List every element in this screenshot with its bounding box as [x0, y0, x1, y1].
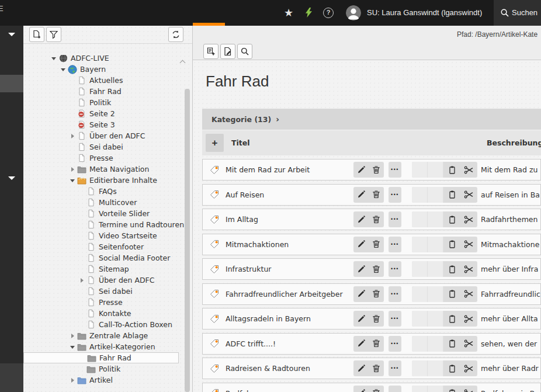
copy-button[interactable] [443, 311, 460, 327]
record-title[interactable]: ADFC trifft....! [226, 339, 353, 348]
cut-button[interactable] [460, 162, 477, 178]
page-hidden-icon[interactable] [77, 120, 86, 130]
edit-button[interactable] [353, 360, 369, 376]
record-title[interactable]: Radreisen & Radtouren [226, 364, 353, 373]
delete-button[interactable] [369, 386, 384, 392]
tree-item-meta-navigation[interactable]: Meta Navigation [23, 164, 179, 175]
tree-item-über-den-adfc[interactable]: Über den ADFC [23, 130, 179, 141]
module-group-collapse-icon[interactable] [8, 33, 15, 36]
collapse-icon[interactable] [70, 344, 77, 350]
refresh-tree-button[interactable] [168, 27, 183, 42]
edit-page-button[interactable] [220, 44, 235, 59]
edit-button[interactable] [353, 211, 369, 227]
more-options-button[interactable]: ••• [389, 187, 401, 203]
record-title[interactable]: Alltagsradeln in Bayern [226, 314, 353, 323]
tree-item-faqs[interactable]: FAQs [23, 186, 179, 197]
search-button[interactable]: Suchen [494, 0, 541, 26]
folder-gray-icon[interactable] [86, 365, 96, 374]
folder-gray-icon[interactable] [87, 353, 96, 363]
edit-button[interactable] [353, 311, 369, 327]
copy-button[interactable] [443, 237, 460, 252]
cut-button[interactable] [460, 311, 477, 327]
tree-item-sei-dabei[interactable]: Sei dabei [23, 141, 179, 152]
cut-button[interactable] [460, 360, 477, 376]
edit-button[interactable] [353, 187, 369, 203]
edit-button[interactable] [353, 162, 369, 178]
expand-icon[interactable] [70, 133, 77, 139]
root-icon[interactable] [58, 55, 68, 63]
tree-item-call-to-action-boxen[interactable]: Call-To-Action Boxen [23, 319, 179, 330]
bookmark-star-icon[interactable]: ★ [284, 6, 293, 20]
more-options-button[interactable]: ••• [389, 311, 401, 327]
folder-orange-icon[interactable] [77, 176, 86, 185]
delete-button[interactable] [369, 286, 384, 302]
copy-button[interactable] [443, 162, 460, 178]
tree-item-bayern[interactable]: Bayern [23, 64, 179, 75]
record-title[interactable]: Mitmachaktionen [226, 240, 353, 249]
expand-icon[interactable] [70, 333, 77, 339]
tree-item-termine-und-radtouren[interactable]: Termine und Radtouren [23, 219, 179, 230]
delete-button[interactable] [369, 162, 384, 178]
page-icon[interactable] [86, 187, 96, 196]
tree-item-seite-2[interactable]: Seite 2 [23, 108, 179, 119]
edit-button[interactable] [353, 386, 369, 392]
record-title[interactable]: Fahrradfreundlicher Arbeitgeber [226, 290, 353, 299]
delete-button[interactable] [369, 311, 384, 327]
tree-item-editierbare-inhalte[interactable]: Editierbare Inhalte [23, 175, 179, 186]
avatar[interactable] [346, 5, 361, 20]
page-icon[interactable] [86, 287, 96, 296]
copy-button[interactable] [443, 261, 460, 277]
tree-item-presse[interactable]: Presse [23, 297, 179, 308]
page-icon[interactable] [86, 320, 96, 329]
tree-item-sei-dabei[interactable]: Sei dabei [23, 286, 179, 297]
cut-button[interactable] [460, 386, 477, 392]
page-icon[interactable] [86, 231, 96, 241]
tree-item-politik[interactable]: Politik [23, 363, 179, 374]
cut-button[interactable] [460, 211, 477, 227]
more-options-button[interactable]: ••• [389, 211, 401, 227]
search-records-button[interactable] [237, 44, 252, 59]
copy-button[interactable] [443, 187, 460, 203]
tree-item-fahr-rad[interactable]: Fahr Rad [23, 352, 179, 363]
new-page-button[interactable] [29, 27, 44, 42]
page-icon[interactable] [86, 265, 96, 274]
page-icon[interactable] [86, 220, 96, 230]
page-icon[interactable] [86, 209, 96, 218]
page-icon[interactable] [86, 242, 96, 252]
tree-scrollbar-thumb[interactable] [185, 89, 190, 392]
expand-icon[interactable] [79, 277, 86, 283]
page-icon[interactable] [77, 131, 86, 141]
filter-button[interactable] [46, 27, 61, 42]
record-title[interactable]: Infrastruktur [226, 265, 353, 273]
page-icon[interactable] [77, 154, 86, 163]
edit-button[interactable] [353, 336, 369, 352]
page-icon[interactable] [86, 298, 96, 307]
edit-button[interactable] [353, 237, 369, 252]
delete-button[interactable] [369, 237, 384, 252]
delete-button[interactable] [369, 336, 384, 352]
clear-cache-bolt-icon[interactable] [306, 8, 312, 19]
more-options-button[interactable]: ••• [389, 360, 401, 376]
expand-icon[interactable] [70, 377, 77, 383]
delete-button[interactable] [369, 360, 384, 376]
folder-blue-icon[interactable] [77, 376, 86, 385]
tree-item-politik[interactable]: Politik [23, 97, 179, 108]
more-options-button[interactable]: ••• [389, 386, 401, 392]
tree-item-multicover[interactable]: Multicover [23, 197, 179, 208]
add-record-button[interactable]: + [206, 134, 224, 152]
module-group-collapse-icon[interactable] [8, 176, 15, 180]
record-title[interactable]: Mit dem Rad zur Arbeit [226, 165, 353, 174]
more-options-button[interactable]: ••• [389, 162, 401, 178]
copy-button[interactable] [443, 211, 460, 227]
tree-item-sitemap[interactable]: Sitemap [23, 263, 179, 275]
help-icon[interactable]: ? [323, 8, 334, 18]
copy-button[interactable] [443, 386, 460, 392]
delete-button[interactable] [369, 211, 384, 227]
collapse-icon[interactable] [60, 67, 68, 72]
edit-button[interactable] [353, 261, 369, 277]
tree-item-social-media-footer[interactable]: Social Media Footer [23, 252, 179, 263]
page-icon[interactable] [77, 87, 86, 96]
page-icon[interactable] [86, 309, 96, 318]
delete-button[interactable] [369, 261, 384, 277]
table-section-header[interactable]: Kategorie (13) › [202, 109, 541, 130]
